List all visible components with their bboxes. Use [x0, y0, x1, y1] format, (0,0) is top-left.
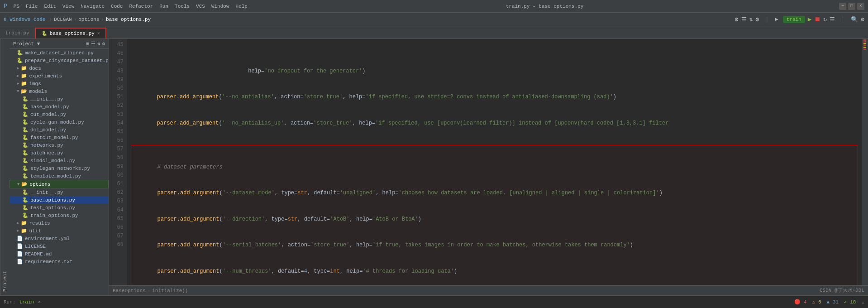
error-mark-1 — [863, 39, 866, 41]
tree-item-models-init[interactable]: 🐍 __init__.py — [10, 95, 109, 103]
menu-navigate[interactable]: Navigate — [78, 3, 107, 10]
menu-refactor[interactable]: Refactor — [126, 3, 156, 10]
line-num-51: 51 — [109, 93, 127, 101]
menu-tools[interactable]: Tools — [172, 3, 192, 10]
tree-item-template-model[interactable]: 🐍 template_model.py — [10, 172, 109, 180]
menu-window[interactable]: Window — [209, 3, 232, 10]
folder-icon: 📁 — [21, 228, 27, 234]
gear2-icon[interactable]: ⚙ — [861, 16, 864, 23]
minimize-button[interactable]: − — [839, 3, 846, 10]
project-tab[interactable]: Project — [0, 39, 10, 295]
maximize-button[interactable]: □ — [848, 3, 855, 10]
breadcrumb-options[interactable]: options — [78, 17, 99, 22]
code-lines[interactable]: help='no dropout for the generator') par… — [127, 39, 862, 285]
tree-item-cycle-gan[interactable]: 🐍 cycle_gan_model.py — [10, 118, 109, 126]
tree-item-options-init[interactable]: 🐍 __init__.py — [10, 188, 109, 196]
tree-item-fastcut[interactable]: 🐍 fastcut_model.py — [10, 134, 109, 141]
expand-icon[interactable]: ⌄ — [861, 299, 864, 305]
tree-item-dcl-model[interactable]: 🐍 dcl_model.py — [10, 126, 109, 134]
line-num-66: 66 — [109, 223, 127, 232]
project-panel: Project ▼ ⊞ ☰ ⇅ ⚙ 🐍 make_dataset_aligned… — [10, 39, 109, 295]
tree-item-cut-model[interactable]: 🐍 cut_model.py — [10, 111, 109, 118]
breadcrumb-dclgan[interactable]: DCLGAN — [54, 17, 72, 22]
code-editor[interactable]: 45 46 47 48 49 50 51 52 53 54 55 56 57 5… — [109, 39, 868, 295]
project-label[interactable]: 0_Windows_Code — [4, 17, 45, 22]
tree-item-models[interactable]: ▼ 📂 models — [10, 87, 109, 95]
menu-run[interactable]: Run — [157, 3, 171, 10]
panel-layout-icon[interactable]: ⊞ — [86, 41, 89, 47]
run-bar-label: Run: — [4, 299, 15, 305]
line-num-49: 49 — [109, 76, 127, 84]
run-config-name[interactable]: train — [19, 299, 34, 305]
line-num-67: 67 — [109, 232, 127, 241]
run-button[interactable]: train — [783, 16, 805, 23]
tab-close-icon[interactable]: × — [97, 31, 100, 36]
sort-icon[interactable]: ⇅ — [749, 16, 753, 23]
layout-icon[interactable]: ☰ — [741, 16, 747, 23]
tree-item-readme[interactable]: 📄 README.md — [10, 250, 109, 258]
tree-item-options[interactable]: ▼ 📂 options — [10, 180, 109, 188]
panel-sort-icon[interactable]: ⇅ — [97, 41, 100, 47]
tree-item-base-options[interactable]: 🐍 base_options.py — [10, 196, 109, 204]
tab-train-py-label: train.py — [5, 30, 29, 36]
tree-item-label: template_model.py — [30, 173, 81, 179]
menu-help[interactable]: Help — [233, 3, 250, 10]
menu-edit[interactable]: Edit — [41, 3, 58, 10]
bottom-breadcrumb-sep: › — [148, 288, 151, 294]
run-icon[interactable]: ▶ — [808, 15, 811, 23]
line-numbers: 45 46 47 48 49 50 51 52 53 54 55 56 57 5… — [109, 39, 127, 285]
tree-item-label: models — [29, 89, 47, 94]
tree-item-environment-yml[interactable]: 📄 environment.yml — [10, 235, 109, 242]
close-button[interactable]: × — [857, 3, 864, 10]
tree-item-networks[interactable]: 🐍 networks.py — [10, 141, 109, 149]
panel-gear-icon[interactable]: ⚙ — [102, 41, 105, 47]
menu-vcs[interactable]: VCS — [193, 3, 208, 10]
menu-view[interactable]: View — [60, 3, 77, 10]
line-num-58: 58 — [109, 154, 127, 162]
toolbar: 0_Windows_Code › DCLGAN › options › base… — [0, 13, 868, 26]
tab-train-py[interactable]: train.py — [0, 28, 35, 38]
tree-item-base-model[interactable]: 🐍 base_model.py — [10, 103, 109, 111]
file-py-icon: 🐍 — [22, 135, 29, 140]
breadcrumb-sep-2: › — [74, 17, 77, 22]
tree-item-requirements[interactable]: 📄 requirements.txt — [10, 258, 109, 265]
menu-file[interactable]: File — [23, 3, 40, 10]
tree-item-results[interactable]: ▶ 📁 results — [10, 219, 109, 227]
ok-badge: ✓ 18 — [844, 299, 856, 305]
tree-item-license[interactable]: 📄 LICENSE — [10, 242, 109, 250]
menu-ps[interactable]: PS — [11, 3, 22, 10]
panel-list-icon[interactable]: ☰ — [91, 41, 95, 47]
tree-item-label: environment.yml — [25, 236, 70, 241]
line-num-45: 45 — [109, 41, 127, 49]
watermark: CSDN @丁大水+DDL — [820, 287, 864, 294]
tree-item-test-options[interactable]: 🐍 test_options.py — [10, 204, 109, 212]
error-mark-2 — [863, 41, 866, 43]
tree-item-prepare-cityscapes[interactable]: 🐍 prepare_cityscapes_dataset.py — [10, 57, 109, 64]
breadcrumb-file[interactable]: base_options.py — [106, 17, 151, 22]
stop-icon[interactable]: ⏹ — [814, 16, 820, 23]
toolbar-right: ⚙ ☰ ⇅ ⚙ | ▶ train ▶ ⏹ ↻ ☰ | 🔍 ⚙ — [735, 15, 864, 23]
tree-item-simdcl[interactable]: 🐍 simdcl_model.py — [10, 157, 109, 164]
code-line-48: # dataset parameters — [131, 163, 858, 172]
tree-item-util[interactable]: ▶ 📁 util — [10, 227, 109, 235]
settings-icon[interactable]: ⚙ — [735, 16, 739, 23]
tree-item-patchnce[interactable]: 🐍 patchnce.py — [10, 149, 109, 157]
gear-icon[interactable]: ⚙ — [755, 16, 759, 23]
editor-tabs: train.py 🐍 base_options.py × — [0, 26, 868, 39]
tree-item-label: test_options.py — [30, 205, 75, 211]
tree-item-imgs[interactable]: ▶ 📁 imgs — [10, 80, 109, 87]
menu-code[interactable]: Code — [108, 3, 125, 10]
run-close-icon[interactable]: × — [38, 299, 41, 305]
search-icon[interactable]: 🔍 — [851, 16, 858, 23]
reload-icon[interactable]: ↻ — [823, 16, 827, 23]
code-line-46: parser.add_argument('--no_antialias', ac… — [131, 93, 858, 101]
tree-item-experiments[interactable]: ▶ 📁 experiments — [10, 72, 109, 80]
coverage-icon[interactable]: ☰ — [830, 16, 835, 23]
tree-item-stylegan-networks[interactable]: 🐍 stylegan_networks.py — [10, 164, 109, 172]
file-yml-icon: 📄 — [17, 236, 23, 241]
tree-item-docs[interactable]: ▶ 📁 docs — [10, 64, 109, 72]
tree-item-label: requirements.txt — [25, 259, 73, 265]
tree-item-train-options[interactable]: 🐍 train_options.py — [10, 212, 109, 219]
tree-item-make-dataset[interactable]: 🐍 make_dataset_aligned.py — [10, 49, 109, 57]
tab-base-options-py[interactable]: 🐍 base_options.py × — [35, 28, 106, 38]
